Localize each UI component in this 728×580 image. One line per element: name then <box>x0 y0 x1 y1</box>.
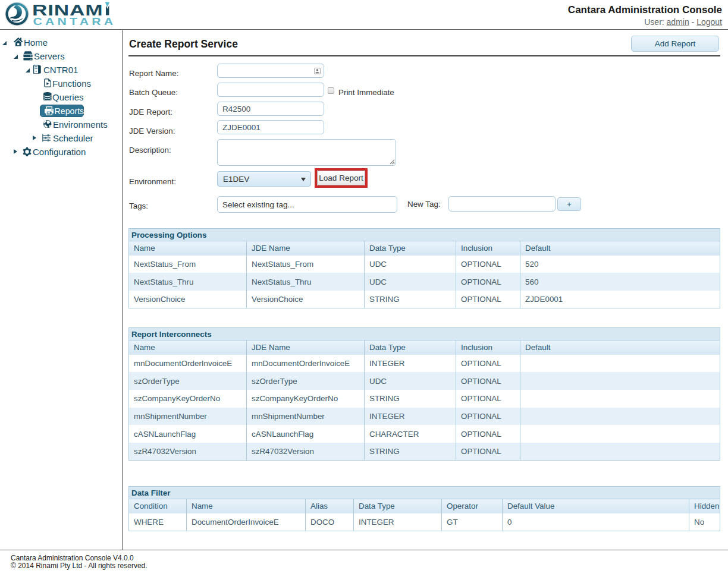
svg-text:CANTARA: CANTARA <box>33 16 117 27</box>
